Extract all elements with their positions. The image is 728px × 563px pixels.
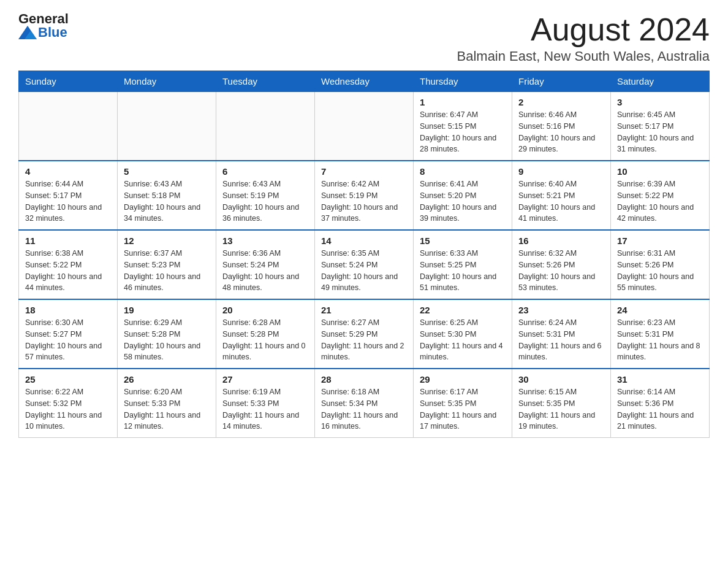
calendar-cell: 12Sunrise: 6:37 AM Sunset: 5:23 PM Dayli… [118,230,216,299]
day-info: Sunrise: 6:41 AM Sunset: 5:20 PM Dayligh… [420,178,506,224]
day-number: 2 [518,97,604,107]
calendar-cell: 3Sunrise: 6:45 AM Sunset: 5:17 PM Daylig… [611,92,710,161]
calendar-cell: 7Sunrise: 6:42 AM Sunset: 5:19 PM Daylig… [315,161,414,230]
calendar-week-row: 4Sunrise: 6:44 AM Sunset: 5:17 PM Daylig… [19,161,710,230]
calendar-cell: 6Sunrise: 6:43 AM Sunset: 5:19 PM Daylig… [216,161,315,230]
month-title: August 2024 [457,12,710,47]
calendar-cell: 4Sunrise: 6:44 AM Sunset: 5:17 PM Daylig… [19,161,118,230]
day-info: Sunrise: 6:30 AM Sunset: 5:27 PM Dayligh… [25,317,111,363]
calendar-cell: 21Sunrise: 6:27 AM Sunset: 5:29 PM Dayli… [315,299,414,369]
day-number: 8 [420,166,506,177]
day-info: Sunrise: 6:32 AM Sunset: 5:26 PM Dayligh… [518,248,604,294]
calendar-cell: 18Sunrise: 6:30 AM Sunset: 5:27 PM Dayli… [19,299,118,369]
day-info: Sunrise: 6:47 AM Sunset: 5:15 PM Dayligh… [420,109,506,155]
day-number: 22 [420,305,506,315]
logo-general: General [18,12,69,26]
calendar-cell: 27Sunrise: 6:19 AM Sunset: 5:33 PM Dayli… [216,369,315,438]
calendar-cell: 19Sunrise: 6:29 AM Sunset: 5:28 PM Dayli… [118,299,216,369]
col-header-sunday: Sunday [19,71,118,92]
logo-icon [18,26,37,39]
day-info: Sunrise: 6:37 AM Sunset: 5:23 PM Dayligh… [124,248,210,294]
day-info: Sunrise: 6:27 AM Sunset: 5:29 PM Dayligh… [321,317,407,363]
calendar-cell: 22Sunrise: 6:25 AM Sunset: 5:30 PM Dayli… [414,299,512,369]
calendar-cell [19,92,118,161]
page-header: General Blue August 2024 Balmain East, N… [18,12,710,64]
day-number: 25 [25,374,111,385]
calendar-week-row: 25Sunrise: 6:22 AM Sunset: 5:32 PM Dayli… [19,369,710,438]
day-number: 27 [222,374,308,385]
day-info: Sunrise: 6:14 AM Sunset: 5:36 PM Dayligh… [617,386,703,432]
calendar-table: SundayMondayTuesdayWednesdayThursdayFrid… [18,71,710,438]
col-header-tuesday: Tuesday [216,71,315,92]
day-number: 12 [124,236,210,246]
day-info: Sunrise: 6:25 AM Sunset: 5:30 PM Dayligh… [420,317,506,363]
logo-blue: Blue [38,26,67,39]
day-info: Sunrise: 6:33 AM Sunset: 5:25 PM Dayligh… [420,248,506,294]
col-header-friday: Friday [512,71,611,92]
day-info: Sunrise: 6:35 AM Sunset: 5:24 PM Dayligh… [321,248,407,294]
calendar-cell: 30Sunrise: 6:15 AM Sunset: 5:35 PM Dayli… [512,369,611,438]
calendar-cell: 9Sunrise: 6:40 AM Sunset: 5:21 PM Daylig… [512,161,611,230]
day-number: 23 [518,305,604,315]
day-info: Sunrise: 6:44 AM Sunset: 5:17 PM Dayligh… [25,178,111,224]
day-info: Sunrise: 6:43 AM Sunset: 5:18 PM Dayligh… [124,178,210,224]
calendar-cell: 20Sunrise: 6:28 AM Sunset: 5:28 PM Dayli… [216,299,315,369]
calendar-cell: 13Sunrise: 6:36 AM Sunset: 5:24 PM Dayli… [216,230,315,299]
day-info: Sunrise: 6:18 AM Sunset: 5:34 PM Dayligh… [321,386,407,432]
day-number: 15 [420,236,506,246]
day-number: 4 [25,166,111,177]
calendar-cell: 5Sunrise: 6:43 AM Sunset: 5:18 PM Daylig… [118,161,216,230]
day-info: Sunrise: 6:15 AM Sunset: 5:35 PM Dayligh… [518,386,604,432]
day-info: Sunrise: 6:28 AM Sunset: 5:28 PM Dayligh… [222,317,308,363]
day-info: Sunrise: 6:19 AM Sunset: 5:33 PM Dayligh… [222,386,308,432]
calendar-cell: 11Sunrise: 6:38 AM Sunset: 5:22 PM Dayli… [19,230,118,299]
location-title: Balmain East, New South Wales, Australia [457,48,710,64]
calendar-cell: 15Sunrise: 6:33 AM Sunset: 5:25 PM Dayli… [414,230,512,299]
day-number: 7 [321,166,407,177]
day-info: Sunrise: 6:20 AM Sunset: 5:33 PM Dayligh… [124,386,210,432]
day-number: 11 [25,236,111,246]
calendar-cell: 8Sunrise: 6:41 AM Sunset: 5:20 PM Daylig… [414,161,512,230]
day-number: 17 [617,236,703,246]
day-info: Sunrise: 6:23 AM Sunset: 5:31 PM Dayligh… [617,317,703,363]
col-header-wednesday: Wednesday [315,71,414,92]
calendar-cell: 31Sunrise: 6:14 AM Sunset: 5:36 PM Dayli… [611,369,710,438]
calendar-cell: 28Sunrise: 6:18 AM Sunset: 5:34 PM Dayli… [315,369,414,438]
logo: General Blue [18,12,69,39]
calendar-cell [118,92,216,161]
day-number: 1 [420,97,506,107]
calendar-week-row: 11Sunrise: 6:38 AM Sunset: 5:22 PM Dayli… [19,230,710,299]
calendar-cell: 2Sunrise: 6:46 AM Sunset: 5:16 PM Daylig… [512,92,611,161]
day-info: Sunrise: 6:36 AM Sunset: 5:24 PM Dayligh… [222,248,308,294]
day-number: 28 [321,374,407,385]
calendar-week-row: 18Sunrise: 6:30 AM Sunset: 5:27 PM Dayli… [19,299,710,369]
day-info: Sunrise: 6:46 AM Sunset: 5:16 PM Dayligh… [518,109,604,155]
day-info: Sunrise: 6:43 AM Sunset: 5:19 PM Dayligh… [222,178,308,224]
calendar-cell: 14Sunrise: 6:35 AM Sunset: 5:24 PM Dayli… [315,230,414,299]
calendar-cell: 16Sunrise: 6:32 AM Sunset: 5:26 PM Dayli… [512,230,611,299]
day-info: Sunrise: 6:17 AM Sunset: 5:35 PM Dayligh… [420,386,506,432]
day-info: Sunrise: 6:39 AM Sunset: 5:22 PM Dayligh… [617,178,703,224]
title-block: August 2024 Balmain East, New South Wale… [457,12,710,64]
day-number: 5 [124,166,210,177]
calendar-cell: 17Sunrise: 6:31 AM Sunset: 5:26 PM Dayli… [611,230,710,299]
day-info: Sunrise: 6:42 AM Sunset: 5:19 PM Dayligh… [321,178,407,224]
day-number: 24 [617,305,703,315]
calendar-cell: 25Sunrise: 6:22 AM Sunset: 5:32 PM Dayli… [19,369,118,438]
day-number: 19 [124,305,210,315]
calendar-cell: 10Sunrise: 6:39 AM Sunset: 5:22 PM Dayli… [611,161,710,230]
day-number: 21 [321,305,407,315]
day-info: Sunrise: 6:40 AM Sunset: 5:21 PM Dayligh… [518,178,604,224]
day-number: 30 [518,374,604,385]
day-number: 18 [25,305,111,315]
day-number: 20 [222,305,308,315]
day-number: 26 [124,374,210,385]
calendar-cell: 24Sunrise: 6:23 AM Sunset: 5:31 PM Dayli… [611,299,710,369]
day-info: Sunrise: 6:24 AM Sunset: 5:31 PM Dayligh… [518,317,604,363]
calendar-cell [315,92,414,161]
day-number: 31 [617,374,703,385]
day-number: 3 [617,97,703,107]
col-header-monday: Monday [118,71,216,92]
day-number: 6 [222,166,308,177]
day-number: 9 [518,166,604,177]
